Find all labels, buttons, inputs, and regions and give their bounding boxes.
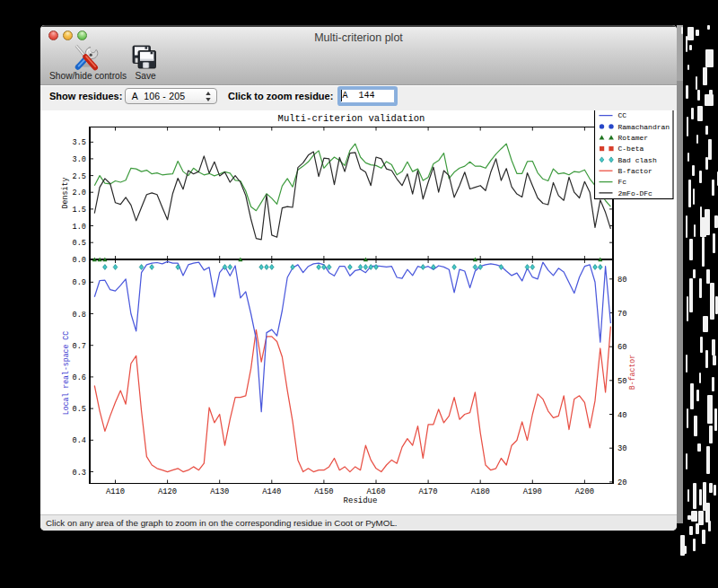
svg-text:3.5: 3.5	[73, 138, 86, 147]
svg-text:0.6: 0.6	[73, 373, 86, 382]
svg-text:A160: A160	[366, 487, 385, 496]
svg-text:Local real-space CC: Local real-space CC	[62, 331, 70, 415]
svg-text:C-beta: C-beta	[618, 145, 644, 153]
svg-text:60: 60	[617, 343, 627, 352]
svg-text:A110: A110	[106, 487, 125, 496]
svg-text:A170: A170	[419, 487, 438, 496]
svg-text:0.5: 0.5	[73, 405, 86, 414]
svg-text:20: 20	[617, 478, 627, 487]
svg-text:A140: A140	[262, 487, 281, 496]
svg-text:A190: A190	[523, 487, 542, 496]
svg-text:0.4: 0.4	[73, 436, 86, 445]
svg-text:0.3: 0.3	[73, 469, 86, 478]
svg-text:0.5: 0.5	[73, 239, 86, 248]
svg-text:Rotamer: Rotamer	[618, 134, 649, 142]
svg-text:Bad clash: Bad clash	[618, 156, 657, 164]
svg-text:80: 80	[617, 276, 627, 285]
svg-text:CC: CC	[618, 111, 627, 119]
svg-text:70: 70	[617, 310, 627, 319]
svg-text:2.0: 2.0	[73, 189, 86, 197]
svg-text:A200: A200	[575, 487, 594, 496]
svg-text:1.5: 1.5	[73, 206, 86, 215]
svg-text:40: 40	[617, 411, 627, 420]
svg-text:0.8: 0.8	[73, 311, 86, 320]
svg-text:0.0: 0.0	[73, 256, 86, 265]
svg-text:Multi-criterion validation: Multi-criterion validation	[278, 113, 425, 124]
svg-text:0.7: 0.7	[73, 342, 86, 351]
svg-text:50: 50	[617, 377, 627, 386]
svg-text:A150: A150	[314, 487, 333, 496]
svg-text:A130: A130	[210, 487, 229, 496]
svg-text:A120: A120	[158, 487, 177, 496]
svg-text:2mFo-DFc: 2mFo-DFc	[618, 189, 653, 197]
svg-text:A180: A180	[471, 487, 490, 496]
svg-text:0.9: 0.9	[73, 278, 86, 287]
svg-text:Ramachandran: Ramachandran	[618, 123, 670, 131]
svg-text:1.0: 1.0	[73, 223, 86, 232]
svg-text:Density: Density	[61, 178, 69, 209]
svg-text:3.0: 3.0	[73, 155, 86, 164]
svg-text:B-factor: B-factor	[628, 355, 636, 390]
svg-text:B-factor: B-factor	[618, 167, 653, 175]
svg-text:30: 30	[617, 444, 627, 453]
svg-text:Residue: Residue	[344, 496, 378, 505]
svg-text:2.5: 2.5	[73, 172, 86, 181]
svg-text:Fc: Fc	[618, 178, 627, 186]
